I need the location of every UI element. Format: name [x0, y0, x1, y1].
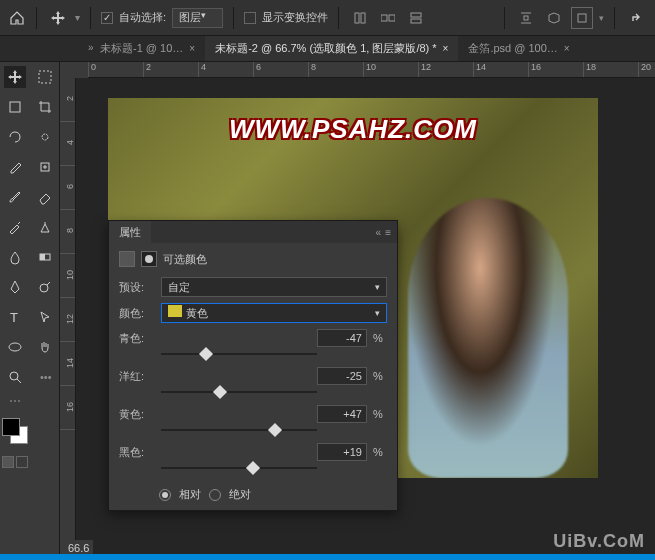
- close-icon[interactable]: ×: [443, 43, 449, 54]
- dodge-tool[interactable]: [34, 276, 56, 298]
- slider-track[interactable]: [161, 425, 317, 437]
- svg-text:T: T: [10, 310, 18, 325]
- chevron-down-icon: ▾: [75, 12, 80, 23]
- layer-dropdown[interactable]: 图层 ▾: [172, 8, 223, 28]
- page-watermark: UiBv.CoM: [553, 531, 645, 552]
- adjustment-icon: [119, 251, 135, 267]
- collapse-icon[interactable]: «: [376, 227, 382, 238]
- hand-tool[interactable]: [34, 336, 56, 358]
- taskbar: [0, 554, 655, 560]
- tab-doc-1[interactable]: 未标题-1 @ 10…×: [90, 36, 205, 61]
- move-tool[interactable]: [4, 66, 26, 88]
- brush-tool[interactable]: [4, 186, 26, 208]
- align-icon[interactable]: [377, 7, 399, 29]
- radio-absolute[interactable]: [209, 489, 221, 501]
- svg-point-12: [9, 343, 21, 351]
- expand-tools-icon[interactable]: »: [88, 42, 94, 53]
- color-swatches[interactable]: [2, 418, 28, 444]
- crop-tool[interactable]: [34, 96, 56, 118]
- blur-tool[interactable]: [4, 246, 26, 268]
- preset-label: 预设:: [119, 280, 155, 295]
- ruler-horizontal[interactable]: 02468101214161820222426: [88, 62, 655, 78]
- svg-point-13: [10, 372, 18, 380]
- history-brush-tool[interactable]: [4, 216, 26, 238]
- gradient-tool[interactable]: [34, 246, 56, 268]
- zoom-tool[interactable]: [4, 366, 26, 388]
- lasso-tool[interactable]: [4, 126, 26, 148]
- share-icon[interactable]: [625, 7, 647, 29]
- tab-doc-3[interactable]: 金箔.psd @ 100…×: [458, 36, 579, 61]
- options-bar: ▾ 自动选择: 图层 ▾ 显示变换控件 ▾: [0, 0, 655, 36]
- divider: [233, 7, 234, 29]
- slider-value-input[interactable]: [317, 367, 367, 385]
- divider: [614, 7, 615, 29]
- healing-tool[interactable]: [34, 156, 56, 178]
- path-select-tool[interactable]: [34, 306, 56, 328]
- slider-value-input[interactable]: [317, 405, 367, 423]
- show-transform-checkbox[interactable]: [244, 12, 256, 24]
- svg-rect-2: [381, 15, 387, 21]
- svg-rect-3: [389, 15, 395, 21]
- eraser-tool[interactable]: [34, 186, 56, 208]
- align-icon[interactable]: [349, 7, 371, 29]
- ruler-corner: [60, 62, 88, 78]
- more-tools-icon[interactable]: ⋯: [9, 394, 21, 408]
- panel-tab-properties[interactable]: 属性: [109, 221, 151, 243]
- divider: [36, 7, 37, 29]
- divider: [504, 7, 505, 29]
- svg-rect-4: [411, 13, 421, 17]
- svg-rect-19: [40, 254, 45, 260]
- svg-point-16: [42, 134, 48, 140]
- document-tabs: 未标题-1 @ 10…× 未标题-2 @ 66.7% (选取颜色 1, 图层蒙版…: [0, 36, 655, 62]
- artboard-tool[interactable]: [4, 96, 26, 118]
- svg-rect-17: [41, 163, 49, 171]
- move-tool-icon[interactable]: [47, 7, 69, 29]
- slider-value-input[interactable]: [317, 329, 367, 347]
- color-dropdown[interactable]: 黄色▾: [161, 303, 387, 323]
- color-label: 颜色:: [119, 306, 155, 321]
- radio-relative[interactable]: [159, 489, 171, 501]
- quick-select-tool[interactable]: [34, 126, 56, 148]
- svg-rect-9: [578, 14, 586, 22]
- slider-value-input[interactable]: [317, 443, 367, 461]
- auto-select-checkbox[interactable]: [101, 12, 113, 24]
- svg-rect-15: [39, 71, 51, 83]
- svg-point-20: [40, 284, 48, 292]
- divider: [90, 7, 91, 29]
- tab-doc-2[interactable]: 未标题-2 @ 66.7% (选取颜色 1, 图层蒙版/8) *×: [205, 36, 458, 61]
- slider-track[interactable]: [161, 387, 317, 399]
- pen-tool[interactable]: [4, 276, 26, 298]
- close-icon[interactable]: ×: [564, 43, 570, 54]
- svg-rect-8: [524, 16, 528, 20]
- clone-tool[interactable]: [34, 216, 56, 238]
- svg-rect-5: [411, 19, 421, 23]
- show-transform-label: 显示变换控件: [262, 10, 328, 25]
- slider-track[interactable]: [161, 349, 317, 361]
- panel-menu-icon[interactable]: ≡: [385, 227, 391, 238]
- svg-line-21: [47, 282, 50, 285]
- slider-label: 洋红:: [119, 369, 155, 384]
- align-canvas-icon[interactable]: [571, 7, 593, 29]
- slider-track[interactable]: [161, 463, 317, 475]
- home-icon[interactable]: [8, 9, 26, 27]
- distribute-icon[interactable]: [515, 7, 537, 29]
- close-icon[interactable]: ×: [189, 43, 195, 54]
- svg-rect-10: [10, 102, 20, 112]
- 3d-mode-icon[interactable]: [543, 7, 565, 29]
- svg-rect-18: [40, 254, 50, 260]
- align-icon[interactable]: [405, 7, 427, 29]
- eyedropper-tool[interactable]: [4, 156, 26, 178]
- svg-line-14: [17, 379, 21, 383]
- slider-label: 黑色:: [119, 445, 155, 460]
- quickmask-buttons[interactable]: [2, 456, 28, 468]
- watermark-text: WWW.PSAHZ.COM: [229, 114, 477, 145]
- svg-rect-1: [361, 13, 365, 23]
- svg-rect-0: [355, 13, 359, 23]
- marquee-tool[interactable]: [34, 66, 56, 88]
- properties-panel: 属性 « ≡ 可选颜色 预设: 自定▾ 颜色: 黄色▾ 青色: %: [108, 220, 398, 511]
- edit-toolbar[interactable]: •••: [34, 366, 56, 388]
- type-tool[interactable]: T: [4, 306, 26, 328]
- ruler-vertical[interactable]: 246810121416: [60, 78, 76, 560]
- preset-dropdown[interactable]: 自定▾: [161, 277, 387, 297]
- ellipse-tool[interactable]: [4, 336, 26, 358]
